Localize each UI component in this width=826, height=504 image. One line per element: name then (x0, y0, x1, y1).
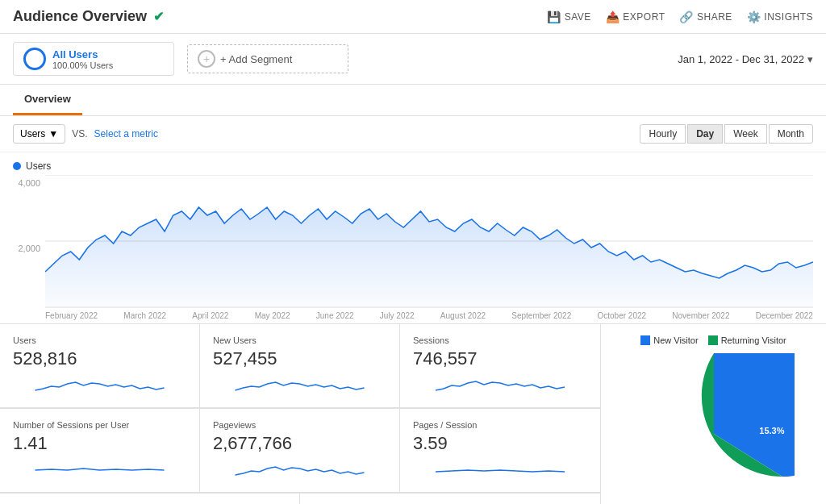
segment-bar-left: All Users 100.00% Users + + Add Segment (13, 42, 348, 76)
pie-section: New Visitor Returning Visitor 15.3% 84.7… (600, 324, 826, 504)
stat-card-users: Users 528,816 (0, 324, 200, 408)
x-label-1: February 2022 (45, 311, 98, 320)
stat-label-pages-session: Pages / Session (413, 420, 587, 430)
export-button[interactable]: 📤 EXPORT (606, 10, 665, 23)
mini-chart-users (13, 374, 186, 397)
x-label-6: July 2022 (380, 311, 415, 320)
y-label-mid: 2,000 (13, 244, 40, 253)
returning-visitor-color (708, 335, 718, 345)
day-button[interactable]: Day (687, 124, 723, 144)
x-label-5: June 2022 (316, 311, 354, 320)
share-button[interactable]: 🔗 SHARE (679, 10, 732, 23)
chart-area: Users 4,000 2,000 (0, 152, 826, 323)
hourly-button[interactable]: Hourly (640, 124, 686, 144)
save-icon: 💾 (547, 10, 561, 23)
vs-label: VS. (72, 128, 87, 140)
stat-value-pages-session: 3.59 (413, 433, 587, 454)
mini-chart-ps (413, 459, 587, 481)
date-range-text: Jan 1, 2022 - Dec 31, 2022 (678, 53, 804, 65)
select-metric-link[interactable]: Select a metric (94, 128, 158, 140)
bottom-section: Users 528,816 New Users 527,455 Sessions… (0, 323, 826, 504)
stat-card-bounce-rate: Bounce Rate 34.86% (300, 494, 600, 504)
date-range-selector[interactable]: Jan 1, 2022 - Dec 31, 2022 ▾ (678, 53, 813, 65)
verified-icon: ✔ (153, 9, 164, 24)
segment-bar: All Users 100.00% Users + + Add Segment … (0, 34, 826, 85)
chevron-down-icon: ▾ (807, 53, 813, 65)
mini-chart-sessions (413, 374, 587, 397)
stat-card-pageviews: Pageviews 2,677,766 (200, 409, 400, 493)
stat-label-new-users: New Users (213, 335, 386, 345)
returning-visitor-legend: Returning Visitor (708, 335, 786, 345)
segment-name: All Users (52, 48, 113, 60)
share-icon: 🔗 (679, 10, 694, 23)
segment-info: All Users 100.00% Users (52, 48, 113, 70)
time-period-buttons: Hourly Day Week Month (640, 124, 813, 144)
stat-label-pageviews: Pageviews (213, 420, 386, 430)
chart-legend-label: Users (26, 160, 51, 172)
segment-sub: 100.00% Users (52, 60, 113, 70)
mini-chart-spu (13, 459, 186, 481)
x-label-9: October 2022 (597, 311, 646, 320)
x-label-11: December 2022 (756, 311, 813, 320)
x-label-7: August 2022 (440, 311, 486, 320)
stat-card-sessions: Sessions 746,557 (400, 324, 600, 408)
stat-card-sessions-per-user: Number of Sessions per User 1.41 (0, 409, 200, 493)
stat-value-sessions-per-user: 1.41 (13, 433, 186, 454)
all-users-segment[interactable]: All Users 100.00% Users (13, 42, 174, 76)
add-segment-button[interactable]: + + Add Segment (187, 44, 348, 73)
insights-button[interactable]: ⚙️ INSIGHTS (747, 10, 813, 23)
new-visitor-color (640, 335, 650, 345)
x-label-8: September 2022 (511, 311, 571, 320)
stat-card-pages-session: Pages / Session 3.59 (400, 409, 600, 493)
stat-value-pageviews: 2,677,766 (213, 433, 386, 454)
mini-chart-pageviews (213, 459, 386, 481)
header-actions: 💾 SAVE 📤 EXPORT 🔗 SHARE ⚙️ INSIGHTS (547, 10, 813, 23)
month-button[interactable]: Month (769, 124, 813, 144)
stat-value-sessions: 746,557 (413, 348, 587, 369)
metric-label: Users (20, 128, 45, 140)
metric-selector: Users ▼ VS. Select a metric (13, 124, 158, 144)
header: Audience Overview ✔ 💾 SAVE 📤 EXPORT 🔗 SH… (0, 0, 826, 34)
stat-label-sessions-per-user: Number of Sessions per User (13, 420, 186, 430)
tab-bar: Overview (0, 85, 826, 116)
new-visitor-slice (714, 353, 795, 477)
legend-dot (13, 162, 21, 170)
pie-chart (633, 353, 795, 504)
x-label-3: April 2022 (192, 311, 228, 320)
main-content: Users ▼ VS. Select a metric Hourly Day W… (0, 116, 826, 504)
stat-value-new-users: 527,455 (213, 348, 386, 369)
mini-chart-new-users (213, 374, 386, 397)
stat-card-new-users: New Users 527,455 (200, 324, 400, 408)
segment-circle-icon (23, 48, 46, 70)
new-visitor-label: New Visitor (653, 335, 698, 345)
stat-label-users: Users (13, 335, 186, 345)
stat-value-users: 528,816 (13, 348, 186, 369)
y-label-top: 4,000 (13, 178, 40, 188)
metric-dropdown[interactable]: Users ▼ (13, 124, 65, 144)
dropdown-icon: ▼ (48, 128, 58, 140)
page-title: Audience Overview (13, 8, 147, 25)
page-title-area: Audience Overview ✔ (13, 8, 164, 25)
line-chart (45, 175, 813, 308)
returning-visitor-label: Returning Visitor (721, 335, 786, 345)
x-label-4: May 2022 (255, 311, 290, 320)
week-button[interactable]: Week (724, 124, 766, 144)
export-icon: 📤 (606, 10, 620, 23)
tab-overview[interactable]: Overview (13, 85, 82, 115)
stat-card-avg-duration: Avg. Session Duration 00:02:35 (0, 494, 300, 504)
pie-legend: New Visitor Returning Visitor (640, 335, 786, 345)
chart-controls: Users ▼ VS. Select a metric Hourly Day W… (0, 116, 826, 152)
chart-legend: Users (13, 160, 813, 172)
add-segment-icon: + (198, 50, 215, 68)
stats-section: Users 528,816 New Users 527,455 Sessions… (0, 324, 600, 504)
insights-icon: ⚙️ (747, 10, 761, 23)
x-label-2: March 2022 (123, 311, 166, 320)
x-label-10: November 2022 (672, 311, 729, 320)
new-visitor-legend: New Visitor (640, 335, 698, 345)
stat-label-sessions: Sessions (413, 335, 587, 345)
x-axis-labels: February 2022 March 2022 April 2022 May … (13, 308, 813, 323)
save-button[interactable]: 💾 SAVE (547, 10, 591, 23)
